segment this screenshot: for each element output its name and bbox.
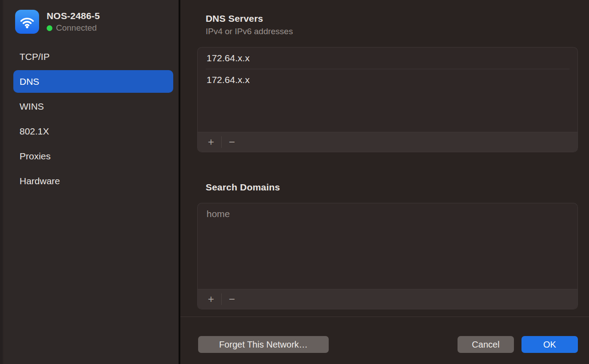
remove-search-domain-button[interactable]: −: [224, 293, 240, 306]
forget-network-button[interactable]: Forget This Network…: [198, 336, 329, 353]
connected-status-label: Connected: [56, 23, 97, 33]
sidebar-item-8021x[interactable]: 802.1X: [13, 120, 173, 142]
toolbar-separator: [221, 136, 222, 148]
network-status: Connected: [47, 23, 100, 33]
search-domains-title: Search Domains: [206, 182, 280, 193]
footer-divider: [180, 317, 589, 317]
ok-button[interactable]: OK: [521, 336, 578, 353]
dns-servers-toolbar: + −: [198, 132, 577, 152]
dns-servers-list: 172.64.x.x 172.64.x.x + −: [197, 47, 578, 152]
sidebar-item-tcpip[interactable]: TCP/IP: [13, 45, 173, 68]
network-name: NOS-2486-5: [47, 11, 100, 21]
search-domains-rows: home: [198, 203, 577, 225]
network-meta: NOS-2486-5 Connected: [47, 10, 100, 34]
window-edge: [0, 0, 3, 364]
add-search-domain-button[interactable]: +: [203, 293, 219, 306]
add-dns-server-button[interactable]: +: [203, 135, 219, 149]
dns-servers-title: DNS Servers: [206, 13, 263, 24]
dns-server-row[interactable]: 172.64.x.x: [198, 47, 577, 69]
connected-status-dot: [47, 25, 52, 31]
sidebar-nav: TCP/IP DNS WINS 802.1X Proxies Hardware: [13, 45, 173, 194]
sidebar-item-proxies[interactable]: Proxies: [13, 145, 173, 167]
sidebar-item-wins[interactable]: WINS: [13, 95, 173, 118]
toolbar-separator: [221, 293, 222, 305]
main-panel: DNS Servers IPv4 or IPv6 addresses 172.6…: [180, 0, 589, 364]
dns-server-row[interactable]: 172.64.x.x: [198, 69, 577, 91]
network-details-sheet: NOS-2486-5 Connected TCP/IP DNS WINS 802…: [0, 0, 589, 364]
search-domain-row[interactable]: home: [198, 203, 577, 225]
sidebar-item-hardware[interactable]: Hardware: [13, 170, 173, 192]
dns-servers-subtitle: IPv4 or IPv6 addresses: [206, 27, 293, 36]
search-domains-toolbar: + −: [198, 289, 577, 309]
dns-servers-rows: 172.64.x.x 172.64.x.x: [198, 47, 577, 91]
search-domains-list: home + −: [197, 203, 578, 309]
cancel-button[interactable]: Cancel: [458, 336, 514, 353]
sidebar-item-dns[interactable]: DNS: [13, 70, 173, 93]
network-header: NOS-2486-5 Connected: [15, 10, 100, 34]
sidebar: NOS-2486-5 Connected TCP/IP DNS WINS 802…: [4, 0, 179, 364]
wifi-icon: [15, 10, 39, 34]
remove-dns-server-button[interactable]: −: [224, 135, 240, 149]
